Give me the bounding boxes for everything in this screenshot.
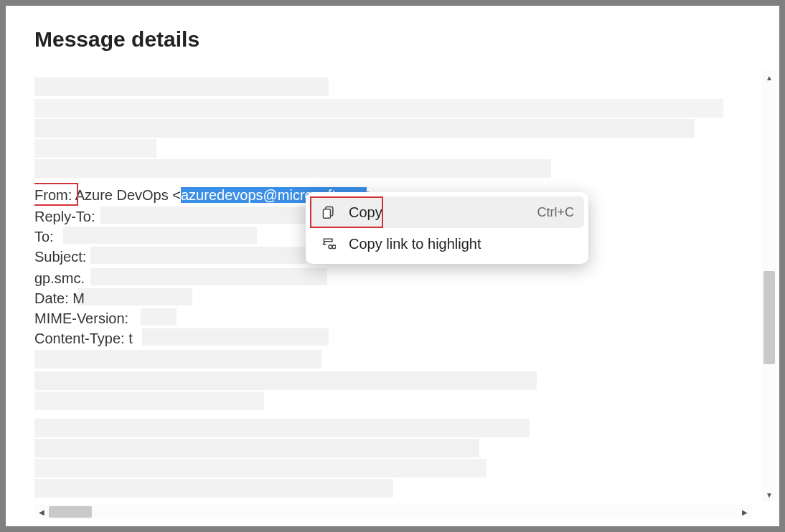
ctx-copy-shortcut: Ctrl+C bbox=[537, 205, 574, 220]
ctx-copy-link-label: Copy link to highlight bbox=[349, 236, 481, 252]
vertical-scroll-thumb[interactable] bbox=[763, 271, 775, 364]
vertical-scrollbar[interactable]: ▲ ▼ bbox=[762, 70, 776, 502]
header-to-line: To: bbox=[34, 227, 54, 247]
horizontal-scrollbar[interactable]: ◀ ▶ bbox=[34, 505, 752, 519]
scroll-up-arrow-icon[interactable]: ▲ bbox=[762, 70, 776, 85]
scroll-down-arrow-icon[interactable]: ▼ bbox=[762, 488, 776, 502]
ctx-copy-link-highlight[interactable]: Copy link to highlight bbox=[310, 228, 584, 260]
ctx-copy[interactable]: Copy Ctrl+C bbox=[310, 196, 584, 228]
mime-label: MIME-Version: bbox=[34, 310, 128, 326]
header-fragment-line: gp.smc. bbox=[34, 268, 85, 288]
content-type-label: Content-Type: t bbox=[34, 331, 133, 346]
reply-to-label: Reply-To: bbox=[34, 209, 95, 224]
fragment-gp-smc: gp.smc. bbox=[34, 270, 85, 286]
scroll-right-arrow-icon[interactable]: ▶ bbox=[738, 505, 752, 519]
dialog-frame: Message details From: bbox=[6, 6, 779, 526]
scroll-left-arrow-icon[interactable]: ◀ bbox=[34, 505, 49, 519]
context-menu: Copy Ctrl+C Copy link to highlight bbox=[306, 192, 588, 264]
horizontal-scroll-thumb[interactable] bbox=[49, 506, 92, 518]
from-name: Azure DevOps < bbox=[75, 187, 181, 203]
highlight-link-icon bbox=[320, 235, 337, 252]
header-reply-to-line: Reply-To: bbox=[34, 206, 95, 227]
to-label: To: bbox=[34, 229, 54, 244]
svg-rect-1 bbox=[324, 209, 331, 219]
header-date-line: Date: M bbox=[34, 288, 85, 308]
message-source-panel[interactable]: From: Azure DevOps <azuredevops@microsof… bbox=[34, 70, 752, 504]
redaction-overlay bbox=[34, 70, 752, 504]
dialog-title: Message details bbox=[34, 27, 199, 52]
header-mime-line: MIME-Version: bbox=[34, 308, 128, 328]
date-label: Date: M bbox=[34, 290, 85, 306]
header-content-type-line: Content-Type: t bbox=[34, 328, 133, 348]
from-label: From: bbox=[34, 187, 72, 203]
ctx-copy-label: Copy bbox=[349, 204, 382, 221]
subject-label: Subject: bbox=[34, 249, 86, 265]
header-subject-line: Subject: bbox=[34, 247, 86, 267]
copy-icon bbox=[320, 204, 337, 221]
